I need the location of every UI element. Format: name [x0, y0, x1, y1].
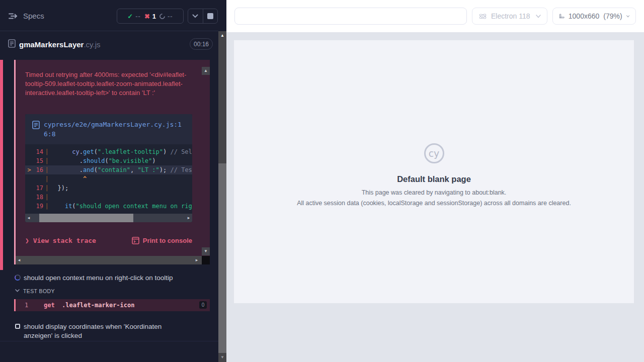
test-stats[interactable]: ✓ -- ✖ 1 -- [117, 9, 184, 24]
stop-icon [207, 13, 213, 19]
browser-header: Electron 118 1000x660 (79%) [226, 0, 644, 32]
scroll-right-arrow-icon[interactable]: ▸ [185, 214, 192, 222]
aut-blank-page: cy Default blank page This page was clea… [234, 40, 634, 303]
stat-pending: -- [159, 13, 173, 20]
scroll-left-arrow-icon[interactable]: ◂ [16, 256, 23, 264]
code-file-link[interactable]: cypress/e2e/gmaMarkersLayer.cy.js:16:8 [44, 120, 185, 139]
scrollbar-corner [202, 256, 210, 264]
specs-menu-icon[interactable] [8, 12, 18, 20]
reporter-vertical-scrollbar[interactable]: ▲ ▼ [218, 31, 226, 362]
browser-select-button[interactable]: Electron 118 [472, 8, 547, 25]
electron-icon [478, 12, 487, 21]
error-panel: Timed out retrying after 4000ms: expecte… [16, 60, 210, 256]
blank-page-message-1: This page was cleared by navigating to a… [234, 189, 634, 197]
scroll-right-arrow-icon[interactable]: ▸ [193, 256, 200, 264]
blank-page-message-2: All active session data (cookies, localS… [234, 199, 634, 207]
test-item-running[interactable]: should open context menu on right-click … [0, 273, 218, 284]
spec-duration-badge: 00:16 [190, 38, 213, 50]
reporter-scrollbar-thumb[interactable] [218, 163, 226, 353]
print-to-console-button[interactable]: Print to console [132, 237, 192, 244]
failed-test-indicator-bar [0, 60, 3, 270]
command-number: 1 [25, 302, 28, 309]
code-scrollbar-thumb[interactable] [39, 214, 133, 222]
command-count-badge: 0 [199, 301, 207, 309]
ruler-icon [559, 12, 565, 20]
view-stack-trace-link[interactable]: ❯ View stack trace [25, 237, 96, 244]
run-controls [188, 9, 218, 24]
code-line: 17| }); [25, 184, 192, 193]
command-method: get [44, 302, 55, 309]
chevron-down-icon [536, 15, 541, 18]
reporter-header: Specs ✓ -- ✖ 1 -- [0, 0, 218, 31]
chevron-down-icon [626, 15, 629, 18]
error-message: Timed out retrying after 4000ms: expecte… [25, 70, 191, 98]
specs-title: Specs [23, 12, 44, 20]
cypress-logo-icon: cy [424, 143, 444, 163]
command-target: .leaflet-marker-icon [62, 302, 135, 309]
error-scroll-down-icon[interactable]: ▼ [202, 247, 210, 255]
error-vertical-scrollbar[interactable]: ▲ ▼ [202, 60, 210, 256]
code-frame: cypress/e2e/gmaMarkersLayer.cy.js:16:8 1… [25, 114, 192, 222]
stop-button[interactable] [203, 9, 218, 23]
viewport-dimensions: 1000x660 [569, 12, 600, 20]
error-region: Timed out retrying after 4000ms: expecte… [14, 60, 210, 264]
code-lines: 14| cy.get(".leaflet-tooltip") // Sele15… [25, 144, 192, 211]
error-scroll-up-icon[interactable]: ▲ [202, 67, 210, 75]
scroll-left-arrow-icon[interactable]: ◂ [25, 214, 32, 222]
error-horizontal-scrollbar[interactable]: ◂ ▸ [16, 256, 210, 264]
spec-row[interactable]: gmaMarkersLayer.cy.js 00:16 [0, 32, 218, 59]
spec-file-icon [8, 39, 16, 48]
code-line: 14| cy.get(".leaflet-tooltip") // Sele [25, 147, 192, 156]
code-horizontal-scrollbar[interactable]: ◂ ▸ [25, 214, 192, 222]
code-line: 18| [25, 193, 192, 202]
code-frame-header: cypress/e2e/gmaMarkersLayer.cy.js:16:8 [25, 114, 192, 144]
blank-page-title: Default blank page [234, 174, 634, 184]
test-body-label: TEST BODY [23, 288, 55, 294]
test-body-section-header[interactable]: TEST BODY [0, 287, 218, 296]
spec-name: gmaMarkersLayer.cy.js [19, 40, 100, 49]
viewport-size-button[interactable]: 1000x660 (79%) [552, 8, 636, 25]
test-running-spinner-icon [15, 275, 21, 281]
file-icon [32, 121, 40, 129]
command-log-row[interactable]: 1 get .leaflet-marker-icon 0 [14, 299, 210, 311]
code-line: | ^ [25, 174, 192, 184]
pending-ring-icon [158, 12, 167, 20]
viewport-zoom: (79%) [603, 12, 622, 20]
reporter-scroll-down-icon[interactable]: ▼ [218, 353, 226, 362]
app-stage: cy Default blank page This page was clea… [226, 32, 644, 362]
stat-failed: ✖ 1 [144, 13, 156, 20]
reporter-scroll-up-icon[interactable]: ▲ [218, 32, 226, 39]
chevron-down-icon [15, 289, 20, 292]
check-icon: ✓ [127, 13, 133, 20]
console-icon [132, 237, 139, 244]
stat-passed: ✓ -- [127, 13, 141, 20]
cross-icon: ✖ [144, 13, 150, 20]
code-line: 15| .should("be.visible") [25, 156, 192, 165]
error-actions: ❯ View stack trace Print to console [25, 237, 192, 244]
divider [0, 341, 218, 341]
test-item-pending[interactable]: should display coordinates when 'Koordin… [0, 322, 218, 342]
code-line: 19| it("should open context menu on righ [25, 202, 192, 211]
spec-extension: .cy.js [84, 40, 100, 49]
browser-label: Electron 118 [491, 12, 530, 20]
url-input[interactable] [234, 8, 467, 25]
code-line: >16| .and("contain", "LT :"); // Test [25, 165, 192, 174]
reporter-panel: Specs ✓ -- ✖ 1 -- [0, 0, 226, 362]
test-pending-square-icon [15, 324, 20, 329]
collapse-chevron-button[interactable] [188, 9, 203, 23]
